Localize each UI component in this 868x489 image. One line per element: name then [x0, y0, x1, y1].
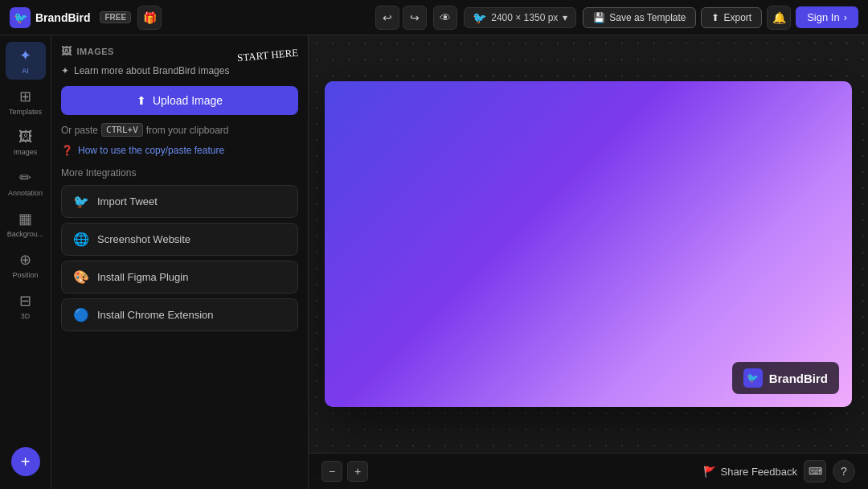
images-section-label: IMAGES: [77, 47, 114, 56]
save-label: Save as Template: [609, 12, 686, 23]
canvas-card: 🐦 BrandBird: [325, 81, 852, 407]
sidebar-item-images[interactable]: 🖼 Images: [6, 124, 46, 161]
bottom-right: 🚩 Share Feedback ⌨ ?: [703, 460, 855, 483]
save-template-button[interactable]: 💾 Save as Template: [583, 7, 696, 28]
share-feedback-button[interactable]: 🚩 Share Feedback: [703, 466, 797, 478]
export-label: Export: [723, 12, 751, 23]
how-to-link[interactable]: ❓ How to use the copy/paste feature: [61, 145, 298, 156]
ai-icon: ✦: [19, 47, 31, 64]
gift-button[interactable]: 🎁: [137, 6, 162, 30]
canvas-wrapper: 🐦 BrandBird: [309, 35, 868, 453]
background-label: Backgrou...: [7, 230, 44, 238]
feedback-label: Share Feedback: [721, 466, 797, 478]
sidebar-item-3d[interactable]: ⊟ 3D: [6, 287, 46, 325]
canvas-bottombar: − + 🚩 Share Feedback ⌨ ?: [309, 453, 868, 489]
images-icon: 🖼: [18, 129, 33, 146]
paste-prefix: Or paste: [61, 125, 98, 136]
twitter-icon: 🐦: [73, 194, 89, 209]
sidebar-panel: 🖼 IMAGES ✦ Learn more about BrandBird im…: [51, 35, 309, 489]
keyboard-shortcuts-button[interactable]: ⌨: [804, 460, 826, 483]
import-tweet-button[interactable]: 🐦 Import Tweet: [61, 185, 298, 218]
sidebar-item-templates[interactable]: ⊞ Templates: [6, 83, 46, 121]
add-button[interactable]: +: [11, 447, 40, 476]
device-selector[interactable]: 🐦 2400 × 1350 px ▾: [464, 7, 576, 28]
canvas-gradient: [325, 81, 852, 407]
free-badge: FREE: [100, 11, 131, 23]
canvas-area: 🐦 BrandBird − + 🚩 Share Feedback ⌨ ?: [309, 35, 868, 489]
annotation-label: Annotation: [8, 189, 43, 197]
eye-button[interactable]: 👁: [433, 6, 457, 30]
position-icon: ⊕: [19, 251, 31, 269]
3d-label: 3D: [21, 312, 31, 320]
paste-suffix: from your clipboard: [146, 125, 229, 136]
signin-button[interactable]: Sign In ›: [796, 6, 858, 28]
zoom-controls: − +: [321, 461, 368, 482]
logo-text: BrandBird: [35, 11, 90, 24]
templates-label: Templates: [9, 108, 42, 116]
export-icon: ⬆: [711, 12, 719, 23]
undo-button[interactable]: ↩: [375, 6, 399, 30]
paste-shortcut: CTRL+V: [101, 123, 143, 137]
3d-icon: ⊟: [19, 292, 31, 310]
install-chrome-button[interactable]: 🔵 Install Chrome Extension: [61, 298, 298, 331]
templates-icon: ⊞: [19, 88, 31, 105]
undo-redo-group: ↩ ↪: [375, 6, 427, 30]
install-figma-label: Install Figma Plugin: [97, 271, 188, 283]
feedback-icon: 🚩: [703, 466, 716, 478]
sidebar-item-ai[interactable]: ✦ AI: [6, 42, 46, 80]
upload-label: Upload Image: [153, 94, 223, 107]
export-button[interactable]: ⬆ Export: [701, 7, 762, 28]
watermark-text: BrandBird: [769, 372, 828, 385]
redo-button[interactable]: ↪: [403, 6, 427, 30]
learn-more-label: Learn more about BrandBird images: [74, 65, 229, 76]
signin-label: Sign In: [807, 11, 839, 23]
device-icon: 🐦: [473, 11, 486, 24]
mute-button[interactable]: 🔔: [767, 6, 791, 30]
upload-icon: ⬆: [137, 94, 146, 107]
screenshot-website-icon: 🌐: [73, 232, 89, 247]
learn-more-row[interactable]: ✦ Learn more about BrandBird images STAR…: [61, 65, 298, 76]
topbar-actions: 💾 Save as Template ⬆ Export 🔔 Sign In ›: [583, 6, 858, 30]
sidebar-item-annotation[interactable]: ✏ Annotation: [6, 164, 46, 202]
sidebar-item-position[interactable]: ⊕ Position: [6, 246, 46, 284]
learn-more-icon: ✦: [61, 65, 69, 76]
how-to-icon: ❓: [61, 145, 73, 156]
how-to-label: How to use the copy/paste feature: [78, 145, 224, 156]
images-section-icon: 🖼: [61, 45, 72, 57]
left-nav: ✦ AI ⊞ Templates 🖼 Images ✏ Annotation ▦…: [0, 35, 51, 489]
figma-icon: 🎨: [73, 269, 89, 285]
import-tweet-label: Import Tweet: [97, 195, 158, 208]
zoom-out-button[interactable]: −: [321, 461, 342, 482]
install-chrome-label: Install Chrome Extension: [97, 309, 214, 321]
chevron-down-icon: ▾: [563, 12, 567, 23]
screenshot-website-button[interactable]: 🌐 Screenshot Website: [61, 223, 298, 256]
logo-icon: 🐦: [10, 7, 31, 28]
more-integrations-label: More Integrations: [61, 167, 298, 179]
sidebar-item-background[interactable]: ▦ Backgrou...: [6, 205, 46, 243]
main-area: ✦ AI ⊞ Templates 🖼 Images ✏ Annotation ▦…: [0, 35, 868, 489]
images-label: Images: [14, 148, 38, 156]
signin-arrow-icon: ›: [844, 11, 847, 23]
watermark: 🐦 BrandBird: [732, 362, 839, 394]
chrome-icon: 🔵: [73, 307, 89, 323]
position-label: Position: [12, 271, 38, 279]
upload-image-button[interactable]: ⬆ Upload Image: [61, 86, 298, 115]
screenshot-website-label: Screenshot Website: [97, 233, 190, 245]
annotation-icon: ✏: [19, 169, 31, 187]
watermark-icon: 🐦: [743, 368, 763, 388]
paste-row: Or paste CTRL+V from your clipboard: [61, 123, 298, 137]
topbar: 🐦 BrandBird FREE 🎁 ↩ ↪ 👁 🐦 2400 × 1350 p…: [0, 0, 868, 35]
install-figma-button[interactable]: 🎨 Install Figma Plugin: [61, 261, 298, 294]
background-icon: ▦: [18, 210, 32, 228]
logo: 🐦 BrandBird: [10, 7, 90, 28]
zoom-in-button[interactable]: +: [347, 461, 368, 482]
device-label: 2400 × 1350 px: [491, 12, 558, 23]
ai-label: AI: [22, 67, 29, 75]
help-button[interactable]: ?: [833, 460, 855, 483]
save-icon: 💾: [593, 12, 605, 23]
